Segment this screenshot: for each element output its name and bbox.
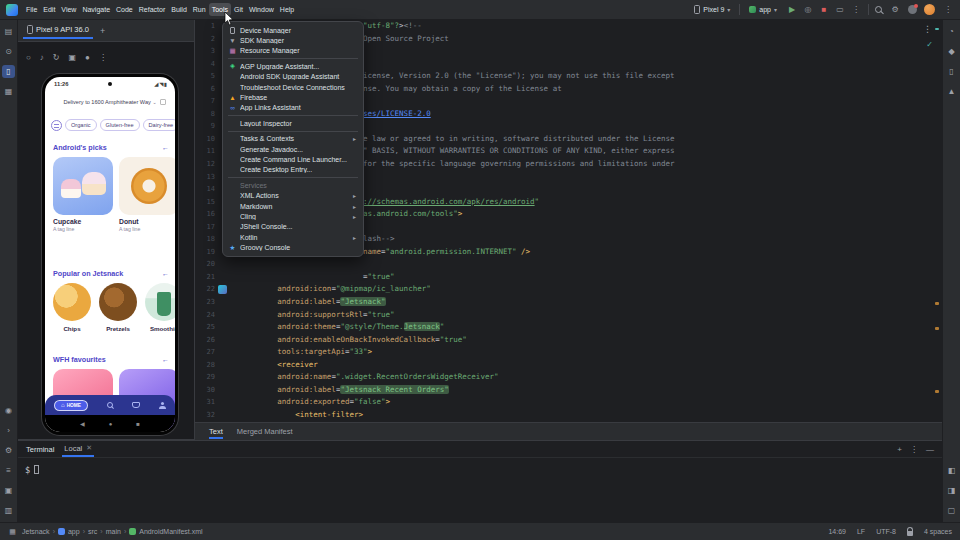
code-line[interactable]: 25 android:theme="@style/Theme.Jetsnack" (195, 321, 942, 334)
profiler-icon[interactable]: ◎ (802, 4, 814, 16)
power-icon[interactable]: ○ (26, 53, 31, 62)
nav-cart-icon[interactable] (132, 402, 140, 408)
scrollbar-mark[interactable] (935, 28, 939, 30)
snack-card[interactable]: CupcakeA tag line (53, 157, 113, 232)
line-number[interactable]: 20 (197, 258, 215, 271)
menu-item-create-command-line-launcher[interactable]: Create Command Line Launcher... (223, 154, 363, 164)
code-line[interactable]: 24 android:supportsRtl="true" (195, 309, 942, 322)
notifications-icon[interactable]: ◔ (945, 25, 958, 38)
menu-file[interactable]: File (23, 3, 40, 16)
running-devices-icon[interactable]: ▯ (2, 65, 15, 78)
menu-edit[interactable]: Edit (40, 3, 58, 16)
line-number[interactable]: 1 (197, 20, 215, 33)
line-number[interactable]: 21 (197, 271, 215, 284)
rotate-icon[interactable]: ↻ (53, 53, 60, 62)
device-manager-icon[interactable]: ▯ (945, 65, 958, 78)
menu-item-resource-manager[interactable]: ▦Resource Manager (223, 46, 363, 56)
todo-icon[interactable]: ≡ (2, 464, 15, 477)
menu-item-tasks-contexts[interactable]: Tasks & Contexts▸ (223, 134, 363, 144)
chip-organic[interactable]: Organic (65, 119, 97, 131)
snack-item[interactable]: Chips (53, 283, 91, 332)
code-line[interactable]: 29 android:name=".widget.RecentOrdersWid… (195, 371, 942, 384)
tab-merged-manifest[interactable]: Merged Manifest (237, 427, 293, 436)
delivery-address-bar[interactable]: Delivery to 1600 Amphitheater Way ⌄ (49, 99, 171, 105)
line-ending-widget[interactable]: LF (857, 528, 865, 535)
lock-icon[interactable] (907, 531, 913, 536)
line-number[interactable]: 9 (197, 120, 215, 133)
emulator-icon[interactable]: ▢ (945, 504, 958, 517)
layout-widget-icon[interactable]: ▦ (8, 527, 17, 536)
line-number[interactable]: 17 (197, 221, 215, 234)
run-config-selector[interactable]: app ▾ (746, 5, 780, 14)
arrow-left-icon[interactable]: ← (162, 144, 169, 151)
breadcrumb-item[interactable]: AndroidManifest.xml (129, 528, 202, 535)
menu-item-android-sdk-upgrade-assistant[interactable]: Android SDK Upgrade Assistant (223, 72, 363, 82)
code-line[interactable]: 21 ="true" (195, 271, 942, 284)
menu-run[interactable]: Run (190, 3, 209, 16)
inspections-ok-icon[interactable]: ✓ (926, 40, 933, 49)
notifications-icon[interactable] (908, 5, 917, 14)
device-mirror-icon[interactable]: ▭ (834, 4, 846, 16)
menu-item-firebase[interactable]: ▲Firebase (223, 92, 363, 102)
line-number[interactable]: 22 (197, 283, 215, 296)
snapshot-icon[interactable]: ▣ (69, 53, 77, 62)
indent-widget[interactable]: 4 spaces (924, 528, 952, 535)
editor-more-icon[interactable]: ⋮ (923, 24, 932, 34)
breadcrumb-item[interactable]: app (58, 528, 80, 535)
line-number[interactable]: 31 (197, 396, 215, 409)
menu-view[interactable]: View (58, 3, 79, 16)
arrow-left-icon[interactable]: ← (162, 270, 169, 277)
snack-item[interactable]: Pretzels (99, 283, 137, 332)
chip-dairy-free[interactable]: Dairy-free (143, 119, 175, 131)
more-icon[interactable]: ⋮ (99, 53, 107, 62)
menu-item-sdk-manager[interactable]: ▼SDK Manager (223, 35, 363, 45)
avatar[interactable] (924, 4, 935, 15)
menu-help[interactable]: Help (277, 3, 297, 16)
device-selector[interactable]: Pixel 9 ▾ (691, 4, 733, 15)
encoding-widget[interactable]: UTF-8 (876, 528, 896, 535)
line-number[interactable]: 23 (197, 296, 215, 309)
menu-item-create-desktop-entry[interactable]: Create Desktop Entry... (223, 165, 363, 175)
menu-item-layout-inspector[interactable]: Layout Inspector (223, 118, 363, 128)
assistant-icon[interactable]: ▲ (945, 85, 958, 98)
menu-refactor[interactable]: Refactor (136, 3, 168, 16)
snack-item[interactable]: Smoothie (145, 283, 175, 332)
menu-item-xml-actions[interactable]: XML Actions▸ (223, 190, 363, 200)
add-device-tab-button[interactable]: + (97, 26, 108, 36)
code-line[interactable]: 20 (195, 258, 942, 271)
app-inspection-icon[interactable]: ◧ (945, 464, 958, 477)
line-number[interactable]: 4 (197, 58, 215, 71)
line-number[interactable]: 27 (197, 346, 215, 359)
more-vert-icon[interactable]: ⋮ (850, 4, 862, 16)
nav-search-icon[interactable] (107, 402, 113, 408)
line-number[interactable]: 25 (197, 321, 215, 334)
emulator-screen[interactable]: 11:26 ◢◥▮ Delivery to 1600 Amphitheater … (45, 77, 175, 432)
minimize-icon[interactable]: — (926, 445, 934, 454)
line-number[interactable]: 6 (197, 83, 215, 96)
breadcrumb-item[interactable]: Jetsnack (22, 528, 50, 535)
menu-window[interactable]: Window (246, 3, 277, 16)
stop-icon[interactable]: ■ (818, 4, 830, 16)
terminal-output[interactable]: $ (18, 458, 942, 475)
line-number[interactable]: 18 (197, 233, 215, 246)
line-number[interactable]: 26 (197, 334, 215, 347)
menu-navigate[interactable]: Navigate (79, 3, 113, 16)
nav-profile-icon[interactable] (159, 402, 166, 409)
more-vert-icon[interactable]: ⋮ (910, 445, 918, 454)
recents-icon[interactable]: ■ (136, 421, 140, 427)
build-icon[interactable]: ⚙ (2, 444, 15, 457)
code-line[interactable]: 26 android:enableOnBackInvokedCallback="… (195, 334, 942, 347)
line-number[interactable]: 2 (197, 33, 215, 46)
more-vert-icon[interactable]: ⋮ (942, 4, 954, 16)
breadcrumb-item[interactable]: src (88, 528, 97, 535)
line-number[interactable]: 16 (197, 208, 215, 221)
scrollbar-mark[interactable] (935, 327, 939, 330)
device-explorer-icon[interactable]: ▥ (2, 504, 15, 517)
menu-item-generate-javadoc[interactable]: Generate Javadoc... (223, 144, 363, 154)
caret-position-widget[interactable]: 14:69 (828, 528, 846, 535)
line-number[interactable]: 10 (197, 133, 215, 146)
layout-inspector-icon[interactable]: ◨ (945, 484, 958, 497)
run-icon[interactable]: ▶ (786, 4, 798, 16)
chip-gluten-free[interactable]: Gluten-free (100, 119, 140, 131)
commit-icon[interactable]: ⊙ (2, 45, 15, 58)
